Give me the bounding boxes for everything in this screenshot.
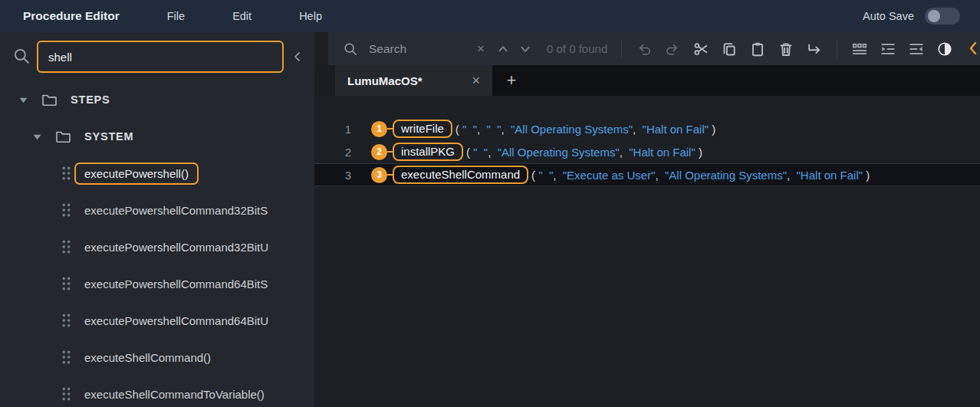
punctuation: , xyxy=(553,169,563,182)
sidebar-item-label: executePowershellCommand32BitU xyxy=(84,241,268,254)
punctuation: , xyxy=(477,123,487,136)
folder-icon xyxy=(55,130,71,143)
tab-lumumacos[interactable]: LumuMacOS* × xyxy=(335,65,492,96)
trash-icon[interactable] xyxy=(778,41,794,57)
editor-line[interactable]: 22installPKG( " ", "All Operating System… xyxy=(314,140,980,163)
punctuation: ( xyxy=(455,123,462,136)
editor-search-input[interactable] xyxy=(367,41,465,57)
badge-connector xyxy=(387,128,393,130)
caret-down-icon[interactable] xyxy=(18,95,28,105)
tree-folder-steps[interactable]: STEPS xyxy=(0,81,314,118)
tab-bar: LumuMacOS* × + xyxy=(314,65,980,96)
topbar: Procedure Editor File Edit Help Auto Sav… xyxy=(0,0,980,32)
string-argument[interactable]: "Halt on Fail" xyxy=(629,146,696,159)
theme-toggle-icon[interactable] xyxy=(936,41,953,57)
toolbar-icon-group xyxy=(619,41,953,57)
sidebar-search-row xyxy=(0,32,314,81)
sidebar-item[interactable]: executePowershellCommand64BitS xyxy=(0,265,314,302)
function-name[interactable]: executeShellCommand xyxy=(393,166,528,184)
search-icon xyxy=(342,41,359,57)
folder-label: STEPS xyxy=(71,94,110,106)
caret-down-icon[interactable] xyxy=(32,132,42,142)
grid-icon[interactable] xyxy=(851,41,868,57)
step-list: executePowershell()executePowershellComm… xyxy=(0,155,314,407)
string-argument[interactable]: " " xyxy=(462,123,477,136)
drag-handle-icon[interactable] xyxy=(61,239,71,254)
drag-handle-icon[interactable] xyxy=(61,202,71,218)
drag-handle-icon[interactable] xyxy=(61,313,71,328)
string-argument[interactable]: "Halt on Fail" xyxy=(797,169,863,182)
sidebar: STEPS SYSTEM executePowershell()executeP… xyxy=(0,32,314,407)
prev-match-icon[interactable] xyxy=(496,41,510,57)
badge-connector xyxy=(387,174,393,176)
menu-help[interactable]: Help xyxy=(299,10,322,22)
tab-label: LumuMacOS* xyxy=(347,74,423,87)
string-argument[interactable]: "Halt on Fail" xyxy=(643,123,709,136)
toggle-knob xyxy=(928,10,940,22)
editor-line[interactable]: 33executeShellCommand( " ", "Execute as … xyxy=(314,163,980,186)
outdent-icon[interactable] xyxy=(908,41,925,57)
sidebar-collapse-icon[interactable] xyxy=(291,51,304,63)
clear-search-icon[interactable]: × xyxy=(474,41,488,57)
tab-gutter xyxy=(314,65,335,96)
drag-handle-icon[interactable] xyxy=(61,386,71,402)
redo-icon[interactable] xyxy=(664,41,681,57)
arguments: ( " ", "Execute as User", "All Operating… xyxy=(531,169,870,182)
toolbar-divider xyxy=(621,41,622,57)
undo-icon[interactable] xyxy=(636,41,653,57)
function-name[interactable]: writeFile xyxy=(393,120,452,138)
steps-tree: STEPS SYSTEM executePowershell()executeP… xyxy=(0,81,314,407)
line-number: 1 xyxy=(314,123,351,136)
sidebar-item[interactable]: executePowershellCommand64BitU xyxy=(0,302,314,339)
app-title: Procedure Editor xyxy=(23,9,120,23)
punctuation: ( xyxy=(466,146,473,159)
indent-icon[interactable] xyxy=(880,41,896,57)
editor-line[interactable]: 11writeFile( " ", " ", "All Operating Sy… xyxy=(314,117,980,140)
string-argument[interactable]: "All Operating Systems" xyxy=(498,146,620,159)
main-panel: × 0 of 0 found LumuMacOS* × + 11writeFil… xyxy=(314,32,980,407)
sidebar-search-input[interactable] xyxy=(37,41,284,73)
step-badge: 1 xyxy=(371,121,387,137)
sidebar-item-label: executePowershellCommand64BitS xyxy=(84,277,268,290)
string-argument[interactable]: " " xyxy=(538,169,553,182)
step-badge: 3 xyxy=(371,167,387,183)
string-argument[interactable]: "Execute as User" xyxy=(563,169,656,182)
string-argument[interactable]: "All Operating Systems" xyxy=(511,123,633,136)
copy-icon[interactable] xyxy=(721,41,738,57)
step-badge: 2 xyxy=(371,144,387,160)
menu-file[interactable]: File xyxy=(167,10,185,22)
panel-collapse-icon[interactable] xyxy=(968,40,979,57)
string-argument[interactable]: " " xyxy=(473,146,488,159)
drag-handle-icon[interactable] xyxy=(61,276,71,291)
punctuation: , xyxy=(787,169,797,182)
new-tab-button[interactable]: + xyxy=(492,65,531,96)
folder-icon xyxy=(41,93,58,107)
cut-icon[interactable] xyxy=(692,41,709,57)
punctuation: , xyxy=(620,146,630,159)
sidebar-item[interactable]: executePowershellCommand32BitU xyxy=(0,228,314,265)
string-argument[interactable]: " " xyxy=(487,123,502,136)
function-name[interactable]: installPKG xyxy=(393,143,463,161)
next-match-icon[interactable] xyxy=(518,41,532,57)
line-number: 2 xyxy=(314,146,351,159)
autosave-control: Auto Save xyxy=(863,8,960,25)
menu-edit[interactable]: Edit xyxy=(232,10,252,22)
match-count: 0 of 0 found xyxy=(547,42,607,55)
tab-close-icon[interactable]: × xyxy=(472,74,480,87)
drag-handle-icon[interactable] xyxy=(61,166,71,181)
paste-icon[interactable] xyxy=(749,41,766,57)
folder-label: SYSTEM xyxy=(84,130,133,143)
sidebar-item[interactable]: executeShellCommand() xyxy=(0,339,314,376)
drag-handle-icon[interactable] xyxy=(61,350,71,365)
tree-folder-system[interactable]: SYSTEM xyxy=(0,118,314,155)
punctuation: ) xyxy=(863,169,870,182)
punctuation: ( xyxy=(531,169,538,182)
string-argument[interactable]: "All Operating Systems" xyxy=(665,169,787,182)
autosave-toggle[interactable] xyxy=(925,8,960,25)
sidebar-item[interactable]: executeShellCommandToVariable() xyxy=(0,376,314,407)
sidebar-item[interactable]: executePowershell() xyxy=(0,155,314,192)
autosave-label: Auto Save xyxy=(863,10,914,22)
sidebar-item[interactable]: executePowershellCommand32BitS xyxy=(0,192,314,228)
procedure-editor-canvas[interactable]: 11writeFile( " ", " ", "All Operating Sy… xyxy=(314,96,980,407)
wrap-icon[interactable] xyxy=(806,41,823,57)
